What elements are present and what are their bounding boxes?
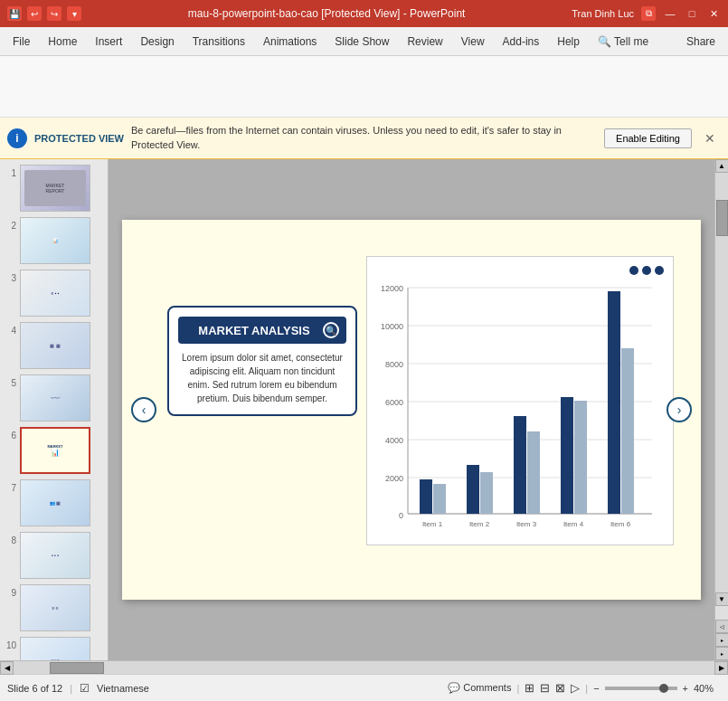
title-bar-left: 💾 ↩ ↪ ▾ xyxy=(7,6,81,21)
scroll-track[interactable] xyxy=(715,173,729,592)
tab-design[interactable]: Design xyxy=(131,27,183,55)
text-box-body: Lorem ipsum dolor sit amet, consectetur … xyxy=(178,351,346,405)
enable-editing-button[interactable]: Enable Editing xyxy=(604,128,692,148)
svg-text:Item 1: Item 1 xyxy=(422,520,443,528)
close-button[interactable]: ✕ xyxy=(706,6,721,21)
tab-insert[interactable]: Insert xyxy=(86,27,131,55)
slide-thumb-6[interactable]: 6 MARKET 📊 xyxy=(0,425,108,476)
title-bar: 💾 ↩ ↪ ▾ mau-8-powerpoint-bao-cao [Protec… xyxy=(0,0,728,27)
protected-view-bar: i PROTECTED VIEW Be careful—files from t… xyxy=(0,118,728,159)
dot-2 xyxy=(642,266,651,275)
svg-text:4000: 4000 xyxy=(385,436,403,445)
comments-button[interactable]: 💬 Comments xyxy=(448,682,511,694)
tab-tellme[interactable]: 🔍 Tell me xyxy=(589,27,657,55)
zoom-plus-button[interactable]: + xyxy=(683,683,688,694)
accessibility-icon[interactable]: ☑ xyxy=(80,682,90,695)
slide-thumb-1[interactable]: 1 MARKETREPORT xyxy=(0,163,108,213)
zoom-icon[interactable]: 🔍 xyxy=(323,322,339,338)
tab-slideshow[interactable]: Slide Show xyxy=(326,27,398,55)
slide-thumb-2[interactable]: 2 📊 xyxy=(0,215,108,266)
slide-thumb-10[interactable]: 10 〰 ≡ xyxy=(0,635,108,660)
protected-icon: i xyxy=(7,128,27,148)
tab-addins[interactable]: Add-ins xyxy=(494,27,549,55)
slide-thumb-8[interactable]: 8 • • • xyxy=(0,530,108,581)
tab-share[interactable]: Share xyxy=(677,27,724,55)
slide-preview-7: 👥 ▦ xyxy=(20,479,90,526)
slide-thumb-9[interactable]: 9 ≡ ≡ xyxy=(0,583,108,633)
minimize-button[interactable]: — xyxy=(663,6,677,21)
scroll-x-thumb[interactable] xyxy=(50,662,104,674)
zoom-slider[interactable] xyxy=(605,687,677,690)
slide-preview-4: ▦ ▦ xyxy=(20,322,90,369)
user-name: Tran Dinh Luc xyxy=(572,8,634,19)
zoom-slider-thumb[interactable] xyxy=(659,684,668,693)
title-bar-right: Tran Dinh Luc ⧉ — □ ✕ xyxy=(572,6,721,21)
text-box-title: MARKET ANALYSIS 🔍 xyxy=(178,317,346,344)
bar-item2-light xyxy=(480,472,493,514)
svg-text:8000: 8000 xyxy=(385,360,403,369)
slide-sorter-button[interactable]: ⊟ xyxy=(540,681,550,695)
slide-preview-3: ≡ ▪ ▪ xyxy=(20,270,90,317)
normal-view-button[interactable]: ⊞ xyxy=(525,681,534,695)
slideshow-button[interactable]: ▷ xyxy=(571,681,580,695)
save-icon[interactable]: 💾 xyxy=(7,6,22,21)
status-bar: Slide 6 of 12 | ☑ Vietnamese 💬 Comments … xyxy=(0,674,728,701)
scroll-x-track[interactable] xyxy=(14,661,714,674)
bar-item3-light xyxy=(527,431,540,514)
slide-info: Slide 6 of 12 xyxy=(7,683,62,694)
panel-toggle-1[interactable]: ◁ xyxy=(715,620,729,633)
svg-text:2000: 2000 xyxy=(385,474,403,483)
bar-chart: 12000 10000 8000 6000 4000 2000 0 xyxy=(376,279,657,532)
customize-icon[interactable]: ▾ xyxy=(67,6,81,21)
bar-item6-dark xyxy=(608,291,620,514)
reading-view-button[interactable]: ⊠ xyxy=(555,681,565,695)
svg-text:6000: 6000 xyxy=(385,398,403,407)
panel-toggle-2[interactable]: ▸ xyxy=(715,633,729,647)
svg-text:Item 4: Item 4 xyxy=(563,520,584,528)
undo-icon[interactable]: ↩ xyxy=(27,6,42,21)
dot-3 xyxy=(655,266,664,275)
panel-toggle-3[interactable]: ▸ xyxy=(715,647,729,660)
protected-message: Be careful—files from the Internet can c… xyxy=(131,124,597,152)
slide-preview-10: 〰 ≡ xyxy=(20,637,90,660)
window-layout-icon[interactable]: ⧉ xyxy=(641,6,656,21)
ribbon-tabs: File Home Insert Design Transitions Anim… xyxy=(0,27,728,56)
scroll-up-button[interactable]: ▲ xyxy=(715,159,729,173)
tab-view[interactable]: View xyxy=(452,27,494,55)
protected-label: PROTECTED VIEW xyxy=(34,133,124,144)
scroll-down-button[interactable]: ▼ xyxy=(715,592,729,606)
bar-item1-dark xyxy=(420,479,432,514)
vertical-scrollbar: ▲ ▼ ◁ ▸ ▸ xyxy=(714,159,728,660)
tab-animations[interactable]: Animations xyxy=(254,27,326,55)
slide-text-box: MARKET ANALYSIS 🔍 Lorem ipsum dolor sit … xyxy=(167,306,357,416)
zoom-minus-button[interactable]: − xyxy=(593,683,599,694)
slide-thumb-5[interactable]: 5 〰〰 xyxy=(0,373,108,423)
bar-item6-light xyxy=(621,348,634,514)
tab-file[interactable]: File xyxy=(4,27,39,55)
status-right: 💬 Comments | ⊞ ⊟ ⊠ ▷ | − + 40% xyxy=(448,681,721,695)
slide-preview-5: 〰〰 xyxy=(20,374,90,422)
language-label: Vietnamese xyxy=(97,683,149,694)
tab-transitions[interactable]: Transitions xyxy=(184,27,254,55)
svg-text:Item 3: Item 3 xyxy=(516,520,537,528)
maximize-button[interactable]: □ xyxy=(685,6,699,21)
redo-icon[interactable]: ↪ xyxy=(47,6,61,21)
chart-legend-dots xyxy=(376,266,664,275)
tab-home[interactable]: Home xyxy=(39,27,86,55)
tab-help[interactable]: Help xyxy=(548,27,589,55)
slide-thumb-4[interactable]: 4 ▦ ▦ xyxy=(0,320,108,371)
slide-thumb-7[interactable]: 7 👥 ▦ xyxy=(0,478,108,528)
slide-preview-2: 📊 xyxy=(20,217,90,264)
canvas-area: ‹ › MARKET ANALYSIS 🔍 Lorem ipsum dolor … xyxy=(109,159,714,660)
scroll-thumb[interactable] xyxy=(716,200,728,236)
prev-slide-button[interactable]: ‹ xyxy=(131,397,156,422)
slide-thumb-3[interactable]: 3 ≡ ▪ ▪ xyxy=(0,268,108,318)
tab-review[interactable]: Review xyxy=(398,27,451,55)
slide-preview-9: ≡ ≡ xyxy=(20,584,90,631)
scroll-left-button[interactable]: ◀ xyxy=(0,661,14,675)
scroll-right-button[interactable]: ▶ xyxy=(714,661,728,675)
close-bar-button[interactable]: ✕ xyxy=(699,129,721,147)
dot-1 xyxy=(629,266,638,275)
zoom-level[interactable]: 40% xyxy=(694,683,721,694)
next-slide-button[interactable]: › xyxy=(667,397,692,422)
